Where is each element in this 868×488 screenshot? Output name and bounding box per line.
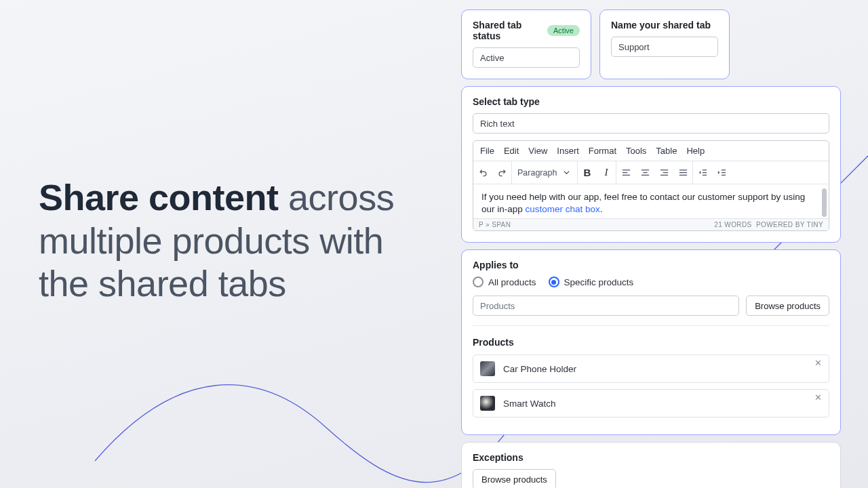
product-name: Car Phone Holder [503,364,576,374]
radio-specific-products[interactable]: Specific products [549,277,634,287]
name-input[interactable] [611,37,718,57]
italic-icon[interactable]: I [597,161,616,184]
block-format-select[interactable]: Paragraph [512,161,577,184]
editor-scrollbar[interactable] [822,188,827,217]
exceptions-label: Exceptions [473,452,829,463]
tab-type-label: Select tab type [473,96,829,107]
status-value-input[interactable] [473,47,580,68]
status-card: Shared tab status Active [461,9,591,79]
indent-icon[interactable] [712,161,731,184]
outdent-icon[interactable] [693,161,712,184]
editor-element-path: P » SPAN [479,221,511,228]
product-item: Car Phone Holder ✕ [473,354,829,383]
product-item: Smart Watch ✕ [473,389,829,418]
product-thumbnail [480,361,495,376]
editor-link[interactable]: customer chat box [526,204,600,214]
menu-tools[interactable]: Tools [626,146,646,156]
menu-format[interactable]: Format [589,146,616,156]
radio-all-products[interactable]: All products [473,277,536,287]
exceptions-card: Exceptions Browse products [461,442,841,488]
editor-powered-by: POWERED BY TINY [756,221,823,228]
name-label: Name your shared tab [611,20,718,30]
product-name: Smart Watch [503,399,556,409]
products-heading: Products [473,325,829,354]
editor-menubar: File Edit View Insert Format Tools Table… [473,141,829,161]
radio-icon [549,277,559,287]
menu-table[interactable]: Table [656,146,677,156]
align-left-icon[interactable] [616,161,635,184]
menu-view[interactable]: View [528,146,547,156]
editor-wordcount: 21 WORDS [714,221,751,228]
align-center-icon[interactable] [635,161,654,184]
product-thumbnail [480,396,495,411]
hero-headline: Share content across multiple products w… [39,176,425,306]
undo-icon[interactable] [473,161,492,184]
name-card: Name your shared tab [599,9,730,79]
status-label: Shared tab status [473,20,542,41]
applies-to-label: Applies to [473,260,829,270]
menu-help[interactable]: Help [686,146,705,156]
status-badge: Active [547,25,580,36]
menu-edit[interactable]: Edit [504,146,519,156]
rich-text-editor: File Edit View Insert Format Tools Table… [473,140,829,231]
redo-icon[interactable] [492,161,511,184]
align-right-icon[interactable] [654,161,673,184]
tab-type-card: Select tab type File Edit View Insert Fo… [461,86,841,243]
tab-type-select[interactable] [473,113,829,134]
applies-to-card: Applies to All products Specific product… [461,249,841,435]
radio-icon [473,277,484,287]
remove-product-icon[interactable]: ✕ [814,392,822,403]
menu-insert[interactable]: Insert [557,146,579,156]
bold-icon[interactable]: B [578,161,597,184]
remove-product-icon[interactable]: ✕ [814,358,822,368]
chevron-down-icon [561,167,572,178]
product-search-input[interactable] [473,296,739,316]
menu-file[interactable]: File [480,146,494,156]
align-justify-icon[interactable] [673,161,692,184]
editor-content[interactable]: If you need help with our app, feel free… [473,184,829,218]
decorative-curve-bottom [95,339,515,488]
exceptions-browse-button[interactable]: Browse products [473,469,556,488]
browse-products-button[interactable]: Browse products [746,296,829,316]
